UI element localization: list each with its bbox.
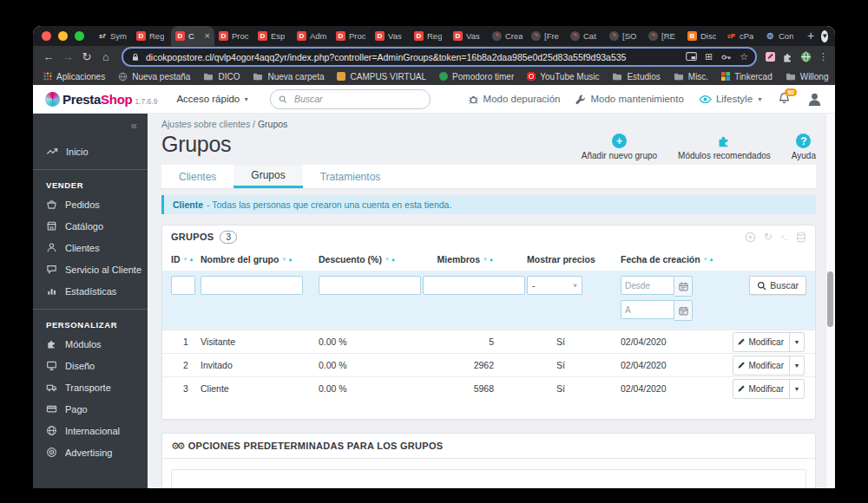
scrollbar-thumb[interactable]	[827, 271, 833, 327]
modify-button[interactable]: Modificar▼	[733, 379, 805, 399]
filter-date-to-input[interactable]	[621, 300, 674, 319]
view-shop-dropdown[interactable]: Lifestyle ▼	[699, 94, 763, 104]
browser-tab-active[interactable]: DC×	[171, 26, 214, 46]
media-controls-icon[interactable]	[686, 52, 697, 62]
sort-icons[interactable]: ▼▲	[703, 257, 714, 262]
extensions-puzzle-icon[interactable]	[782, 51, 793, 62]
table-row[interactable]: 3 Cliente 0.00 % 5968 Sí 02/04/2020 Modi…	[162, 376, 815, 400]
search-input[interactable]	[293, 93, 422, 105]
filter-nombre-input[interactable]	[201, 276, 303, 295]
modify-button[interactable]: Modificar▼	[733, 356, 805, 376]
table-row[interactable]: 1 Visitante 0.00 % 5 Sí 02/04/2020 Modif…	[162, 330, 815, 353]
refresh-icon[interactable]: ↻	[764, 232, 773, 242]
browser-tab[interactable]: cPcPa	[722, 26, 761, 46]
breadcrumb-parent[interactable]: Ajustes sobre clientes	[161, 119, 250, 129]
tab-grupos[interactable]: Grupos	[233, 165, 302, 188]
sidebar-item-pago[interactable]: Pago	[33, 398, 148, 420]
sidebar-item-internacional[interactable]: Internacional	[33, 420, 148, 441]
close-tab-icon[interactable]: ×	[205, 31, 210, 41]
extension-globe-icon[interactable]	[800, 51, 812, 62]
browser-tab[interactable]: DProc	[332, 26, 371, 46]
browser-tab[interactable]: DReg	[132, 26, 171, 46]
filter-descuento-input[interactable]	[319, 276, 421, 295]
export-database-icon[interactable]	[796, 232, 806, 243]
admin-search[interactable]	[270, 89, 431, 109]
sidebar-item-transporte[interactable]: Transporte	[33, 376, 148, 398]
bookmark-item[interactable]: YouTube Music	[527, 72, 599, 82]
debug-mode-button[interactable]: Modo depuración	[468, 94, 561, 105]
browser-tab[interactable]: [SO	[605, 26, 644, 46]
bookmark-item[interactable]: CAMPUS VIRTUAL	[337, 72, 426, 82]
filter-id-input[interactable]	[171, 276, 195, 295]
help-button[interactable]: ? Ayuda	[792, 134, 816, 160]
prestashop-logo[interactable]: PrestaShop 1.7.6.9	[45, 92, 157, 107]
bookmark-item[interactable]: Nueva pestaña	[118, 72, 190, 82]
quick-access-dropdown[interactable]: Acceso rápido▼	[176, 94, 249, 104]
bookmark-folder[interactable]: Estudios	[612, 72, 660, 82]
tab-groups-icon[interactable]: ⊞	[705, 52, 713, 62]
sql-console-icon[interactable]: >_	[780, 233, 788, 240]
browser-tab[interactable]: DVas	[449, 26, 488, 46]
bookmark-item[interactable]: Tinkercad	[721, 72, 773, 82]
sidebar-item-inicio[interactable]: Inicio	[33, 140, 148, 162]
sidebar-item-pedidos[interactable]: Pedidos	[33, 193, 148, 215]
bookmark-item[interactable]: Aplicaciones	[43, 72, 105, 82]
filter-precios-select[interactable]: -∨	[527, 276, 582, 295]
column-header-descuento[interactable]: Descuento (%)▼▲	[319, 254, 423, 265]
reload-icon[interactable]: ↻	[78, 51, 95, 62]
browser-tab[interactable]: DEsp	[253, 26, 293, 46]
browser-tab[interactable]: ⚙Con	[761, 26, 800, 46]
sidebar-item-estadisticas[interactable]: Estadísticas	[33, 280, 148, 302]
browser-tab[interactable]: DVas	[371, 26, 410, 46]
column-header-id[interactable]: ID▼▲	[171, 254, 201, 265]
extension-marker-icon[interactable]	[766, 52, 775, 62]
sort-icons[interactable]: ▼▲	[183, 257, 194, 262]
sidebar-item-clientes[interactable]: Clientes	[33, 237, 148, 258]
collapse-sidebar-button[interactable]: «	[33, 117, 148, 132]
sidebar-item-modulos[interactable]: Módulos	[33, 333, 148, 355]
bookmark-item[interactable]: Pomodoro timer	[439, 72, 514, 82]
modify-button[interactable]: Modificar▼	[733, 332, 805, 352]
page-scrollbar[interactable]	[825, 114, 835, 488]
column-header-miembros[interactable]: Miembros▼▲	[423, 254, 527, 265]
address-bar[interactable]: dicokpopstore.cl/qvlp4ogor4aqq2yr/index.…	[122, 47, 757, 67]
calendar-button[interactable]	[674, 276, 693, 297]
home-icon[interactable]: ⌂	[97, 51, 115, 62]
tab-search-button[interactable]: ▼	[821, 30, 828, 42]
browser-tab[interactable]: DReg	[410, 26, 449, 46]
password-key-icon[interactable]	[720, 52, 732, 62]
close-window-button[interactable]	[42, 31, 51, 41]
browser-tab[interactable]: DProc	[214, 26, 253, 46]
calendar-button[interactable]	[674, 300, 693, 321]
bookmark-folder[interactable]: Willong	[786, 72, 829, 82]
browser-tab[interactable]: Cat	[566, 26, 605, 46]
sort-icons[interactable]: ▼▲	[385, 257, 396, 262]
add-icon[interactable]	[745, 232, 756, 243]
filter-miembros-input[interactable]	[423, 276, 525, 295]
sidebar-item-diseno[interactable]: Diseño	[33, 355, 148, 376]
chevron-down-icon[interactable]: ▼	[790, 363, 804, 369]
forward-icon[interactable]: →	[59, 51, 76, 62]
new-tab-button[interactable]: +	[800, 26, 821, 46]
filter-date-from-input[interactable]	[621, 276, 674, 295]
zoom-window-button[interactable]	[75, 31, 84, 41]
bookmark-folder[interactable]: DICO	[203, 72, 240, 82]
sort-icons[interactable]: ▼▲	[281, 257, 293, 262]
chevron-down-icon[interactable]: ▼	[790, 339, 804, 345]
notifications-button[interactable]: 90	[778, 92, 792, 106]
account-avatar[interactable]	[806, 91, 823, 108]
browser-tab[interactable]: sfSym	[93, 26, 132, 46]
bookmark-star-icon[interactable]: ☆	[740, 52, 748, 62]
back-icon[interactable]: ←	[40, 51, 57, 62]
browser-tab[interactable]: Crea	[488, 26, 527, 46]
tab-clientes[interactable]: Clientes	[161, 165, 233, 188]
tab-tratamientos[interactable]: Tratamientos	[303, 165, 398, 188]
column-header-fecha[interactable]: Fecha de creación▼▲	[621, 254, 732, 265]
sort-icons[interactable]: ▼▲	[483, 257, 494, 262]
maintenance-mode-button[interactable]: Modo mantenimiento	[575, 94, 683, 105]
browser-tab[interactable]: BDisc	[683, 26, 722, 46]
add-group-button[interactable]: + Añadir nuevo grupo	[582, 134, 657, 160]
minimize-window-button[interactable]	[58, 31, 68, 41]
bookmark-folder[interactable]: Nueva carpeta	[253, 72, 324, 82]
recommended-modules-button[interactable]: Módulos recomendados	[678, 134, 771, 160]
